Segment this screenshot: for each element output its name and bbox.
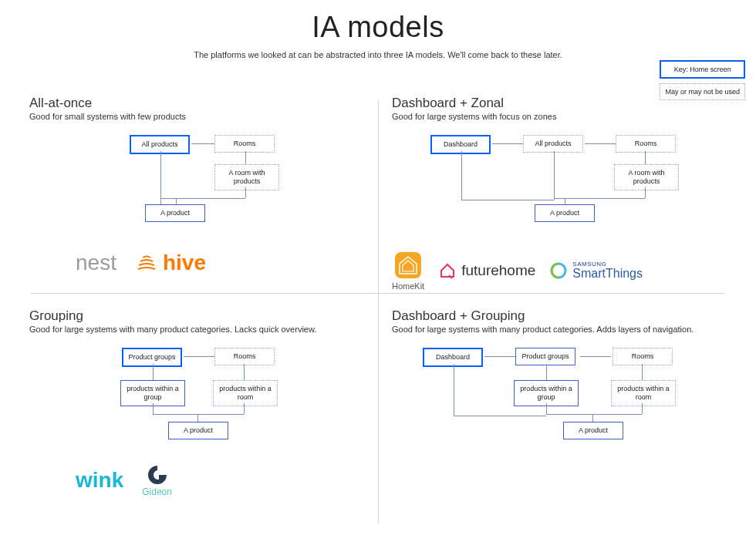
q1-diagram: All products Rooms A room with products … <box>29 130 380 246</box>
homekit-icon <box>393 251 423 280</box>
diagram-grid: All-at-once Good for small systems with … <box>0 85 756 532</box>
connector <box>244 364 245 380</box>
connector <box>592 414 593 422</box>
connector <box>645 187 646 198</box>
node-room-with-products: A room with products <box>614 164 679 190</box>
q3-heading: Grouping <box>29 308 380 324</box>
quadrant-grouping: Grouping Good for large systems with man… <box>29 308 380 497</box>
connector <box>642 403 643 414</box>
connector <box>585 143 616 144</box>
brand-smartthings-label: SmartThings <box>572 268 643 280</box>
node-rooms: Rooms <box>214 135 275 153</box>
connector <box>554 198 645 199</box>
node-rooms: Rooms <box>613 348 673 365</box>
connector <box>153 414 244 415</box>
quadrant-dashboard-zonal: Dashboard + Zonal Good for large systems… <box>392 96 743 291</box>
connector <box>454 364 454 416</box>
gideon-icon <box>146 463 169 486</box>
brand-gideon-label: Gideon <box>142 486 172 497</box>
brand-futurehome-label: futurehome <box>461 262 535 279</box>
connector <box>580 356 611 357</box>
node-dashboard: Dashboard <box>423 348 483 367</box>
connector <box>197 414 198 422</box>
node-products-within-group: products within a group <box>120 380 185 406</box>
node-dashboard: Dashboard <box>430 135 491 154</box>
page-subtitle: The platforms we looked at can be abstra… <box>0 50 756 59</box>
q4-sub: Good for large systems with many product… <box>392 325 743 334</box>
node-all-products: All products <box>130 135 190 154</box>
q2-heading: Dashboard + Zonal <box>392 96 743 111</box>
node-a-product: A product <box>145 204 205 222</box>
node-a-product: A product <box>535 204 595 222</box>
connector <box>245 151 246 164</box>
node-product-groups: Product groups <box>122 348 182 367</box>
connector <box>153 364 154 380</box>
connector <box>245 187 246 198</box>
node-products-within-room: products within a room <box>611 380 676 406</box>
brand-smartthings: SAMSUNG SmartThings <box>549 261 643 280</box>
futurehome-icon <box>438 261 457 280</box>
connector <box>184 356 214 357</box>
connector <box>191 143 214 144</box>
legend-home-screen: Key: Home screen <box>660 60 745 79</box>
node-products-within-group: products within a group <box>514 380 579 406</box>
brand-homekit: HomeKit <box>392 251 424 291</box>
q4-diagram: Dashboard Product groups Rooms products … <box>392 343 743 459</box>
node-a-product: A product <box>168 422 228 439</box>
q2-sub: Good for large systems with focus on zon… <box>392 112 743 121</box>
brand-nest: nest <box>76 251 116 275</box>
node-product-groups: Product groups <box>515 348 575 365</box>
brand-futurehome: futurehome <box>438 261 535 280</box>
connector <box>546 414 642 415</box>
connector <box>160 151 161 204</box>
q1-heading: All-at-once <box>29 96 380 111</box>
q2-diagram: Dashboard All products Rooms A room with… <box>392 130 743 246</box>
brand-hive-label: hive <box>163 251 206 275</box>
brand-homekit-label: HomeKit <box>392 281 424 291</box>
connector <box>454 416 546 416</box>
node-rooms: Rooms <box>214 348 275 365</box>
connector <box>244 403 245 414</box>
connector <box>642 364 643 380</box>
connector <box>461 151 462 200</box>
connector <box>153 403 154 414</box>
page-title: IA models <box>0 11 756 44</box>
connector <box>160 198 245 199</box>
smartthings-icon <box>549 261 568 280</box>
quadrant-dashboard-grouping: Dashboard + Grouping Good for large syst… <box>392 308 743 459</box>
hive-icon <box>135 251 158 274</box>
brand-hive: hive <box>135 251 206 275</box>
connector <box>492 143 523 144</box>
node-rooms: Rooms <box>616 135 676 153</box>
node-room-with-products: A room with products <box>214 164 279 190</box>
q2-brands: HomeKit futurehome SAMSUNG SmartThings <box>392 251 743 291</box>
connector <box>176 198 177 204</box>
connector <box>645 151 646 164</box>
connector <box>484 356 515 357</box>
connector <box>554 151 555 200</box>
brand-wink: wink <box>76 468 123 493</box>
divider-horizontal <box>31 293 725 294</box>
q1-sub: Good for small systems with few products <box>29 112 380 121</box>
quadrant-all-at-once: All-at-once Good for small systems with … <box>29 96 380 275</box>
q1-brands: nest hive <box>76 251 380 275</box>
connector <box>546 364 547 380</box>
node-all-products: All products <box>523 135 583 153</box>
q3-sub: Good for large systems with many product… <box>29 325 380 334</box>
node-products-within-room: products within a room <box>213 380 278 406</box>
brand-gideon: Gideon <box>142 463 172 497</box>
connector <box>546 403 547 414</box>
q3-diagram: Product groups Rooms products within a g… <box>29 343 380 459</box>
connector <box>461 200 554 200</box>
connector <box>565 198 565 204</box>
q3-brands: wink Gideon <box>76 463 380 497</box>
node-a-product: A product <box>563 422 623 439</box>
q4-heading: Dashboard + Grouping <box>392 308 743 324</box>
